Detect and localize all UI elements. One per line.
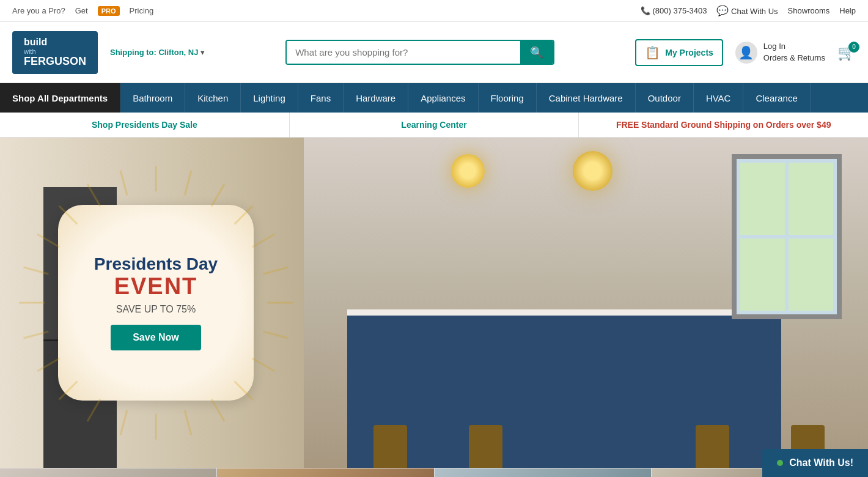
pricing-label[interactable]: Pricing bbox=[130, 6, 154, 15]
svg-line-5 bbox=[263, 267, 289, 274]
svg-line-9 bbox=[235, 382, 253, 400]
chat-label: Chat With Us bbox=[731, 7, 778, 16]
svg-line-13 bbox=[120, 410, 127, 435]
my-projects-icon: 📋 bbox=[645, 45, 660, 60]
svg-line-23 bbox=[120, 171, 127, 196]
chat-widget[interactable]: Chat With Us! bbox=[762, 449, 868, 477]
header-right: 📋 My Projects 👤 Log In Orders & Returns … bbox=[635, 39, 856, 66]
logo-with: with bbox=[24, 48, 86, 55]
main-nav: Shop All Departments Bathroom Kitchen Li… bbox=[0, 83, 868, 113]
svg-line-20 bbox=[37, 234, 59, 247]
hero-badge: Presidents Day EVENT SAVE UP TO 75% Save… bbox=[58, 205, 254, 401]
sub-banner: Shop Presidents Day Sale Learning Center… bbox=[0, 113, 868, 138]
svg-line-2 bbox=[211, 184, 224, 206]
top-bar: Are you a Pro? Get PRO Pricing 📞 (800) 3… bbox=[0, 0, 868, 22]
svg-line-8 bbox=[252, 358, 274, 371]
get-label: Get bbox=[75, 6, 88, 15]
chat-icon: 💬 bbox=[716, 6, 729, 16]
login-label: Log In bbox=[763, 41, 825, 52]
svg-line-22 bbox=[87, 184, 100, 206]
window-pane-3 bbox=[740, 239, 785, 311]
learning-center-link[interactable]: Learning Center bbox=[290, 113, 579, 137]
my-projects-button[interactable]: 📋 My Projects bbox=[635, 39, 723, 66]
logo-build: build bbox=[24, 37, 86, 48]
phone-link[interactable]: 📞 (800) 375-3403 bbox=[641, 6, 707, 15]
search-input[interactable] bbox=[287, 41, 520, 64]
svg-line-17 bbox=[24, 331, 49, 338]
badge-content: Presidents Day EVENT SAVE UP TO 75% Save… bbox=[94, 255, 218, 351]
window-pane-4 bbox=[789, 239, 833, 311]
nav-clearance[interactable]: Clearance bbox=[743, 83, 810, 113]
save-now-button[interactable]: Save Now bbox=[111, 325, 201, 350]
help-link[interactable]: Help bbox=[839, 6, 856, 15]
nav-fans[interactable]: Fans bbox=[298, 83, 344, 113]
svg-line-10 bbox=[211, 399, 224, 421]
nav-appliances[interactable]: Appliances bbox=[408, 83, 478, 113]
thumbnail-2[interactable] bbox=[217, 468, 434, 477]
thumbnails-row bbox=[0, 468, 868, 477]
header: build with FERGUSON Shipping to: Clifton… bbox=[0, 22, 868, 83]
nav-shop-all[interactable]: Shop All Departments bbox=[0, 83, 120, 113]
pro-question: Are you a Pro? bbox=[12, 6, 65, 15]
search-icon: 🔍 bbox=[530, 46, 543, 59]
showrooms-link[interactable]: Showrooms bbox=[788, 6, 830, 15]
svg-line-3 bbox=[235, 206, 253, 224]
orders-label: Orders & Returns bbox=[763, 53, 825, 64]
phone-number: (800) 375-3403 bbox=[653, 6, 707, 15]
thumbnail-3[interactable] bbox=[435, 468, 652, 477]
nav-outdoor[interactable]: Outdoor bbox=[636, 83, 694, 113]
shipping-info: Shipping to: Clifton, NJ ▾ bbox=[110, 48, 205, 57]
svg-line-16 bbox=[37, 358, 59, 371]
top-bar-right: 📞 (800) 375-3403 💬 Chat With Us Showroom… bbox=[641, 5, 856, 17]
stool-2 bbox=[469, 425, 502, 468]
logo-ferguson: FERGUSON bbox=[24, 55, 86, 68]
search-button[interactable]: 🔍 bbox=[520, 41, 553, 64]
window-pane-1 bbox=[740, 163, 785, 235]
nav-cabinet-hardware[interactable]: Cabinet Hardware bbox=[537, 83, 636, 113]
badge-save: SAVE UP TO 75% bbox=[94, 304, 218, 315]
free-shipping-notice: FREE Standard Ground Shipping on Orders … bbox=[579, 113, 868, 137]
nav-hvac[interactable]: HVAC bbox=[694, 83, 744, 113]
cart-badge: 0 bbox=[848, 42, 859, 53]
chat-widget-label: Chat With Us! bbox=[789, 457, 853, 468]
nav-flooring[interactable]: Flooring bbox=[479, 83, 537, 113]
window-pane-2 bbox=[789, 163, 833, 235]
badge-event: EVENT bbox=[94, 274, 218, 300]
logo[interactable]: build with FERGUSON bbox=[12, 31, 98, 74]
shipping-prefix: Shipping to: bbox=[110, 48, 156, 57]
svg-line-1 bbox=[185, 171, 191, 196]
thumbnail-1[interactable] bbox=[0, 468, 217, 477]
phone-icon: 📞 bbox=[641, 6, 650, 15]
chat-link[interactable]: 💬 Chat With Us bbox=[716, 5, 778, 17]
stool-3 bbox=[696, 425, 729, 468]
svg-line-11 bbox=[185, 410, 191, 435]
svg-line-7 bbox=[263, 331, 289, 338]
nav-kitchen[interactable]: Kitchen bbox=[185, 83, 241, 113]
nav-lighting[interactable]: Lighting bbox=[241, 83, 298, 113]
cart-area[interactable]: 🛒 0 bbox=[837, 44, 856, 61]
svg-line-21 bbox=[59, 206, 78, 224]
logo-area: build with FERGUSON Shipping to: Clifton… bbox=[12, 31, 205, 74]
account-icon: 👤 bbox=[735, 42, 757, 64]
pro-badge[interactable]: PRO bbox=[98, 6, 120, 16]
chat-status-dot bbox=[777, 460, 783, 466]
presidents-sale-link[interactable]: Shop Presidents Day Sale bbox=[0, 113, 290, 137]
window bbox=[732, 154, 842, 319]
my-projects-label: My Projects bbox=[665, 48, 713, 57]
account-text: Log In Orders & Returns bbox=[763, 41, 825, 63]
account-area[interactable]: 👤 Log In Orders & Returns bbox=[735, 41, 825, 63]
shipping-location[interactable]: Clifton, NJ bbox=[158, 48, 198, 57]
badge-title-line1: Presidents Day bbox=[94, 255, 218, 274]
search-area: 🔍 bbox=[285, 40, 554, 65]
stool-1 bbox=[373, 425, 407, 468]
nav-bathroom[interactable]: Bathroom bbox=[120, 83, 185, 113]
svg-line-4 bbox=[252, 234, 274, 247]
svg-line-14 bbox=[87, 399, 100, 421]
top-bar-left: Are you a Pro? Get PRO Pricing bbox=[12, 6, 153, 16]
hero-section: Presidents Day EVENT SAVE UP TO 75% Save… bbox=[0, 138, 868, 468]
svg-line-19 bbox=[24, 267, 49, 274]
nav-hardware[interactable]: Hardware bbox=[344, 83, 408, 113]
pendant-light-2 bbox=[573, 151, 612, 191]
svg-line-15 bbox=[59, 382, 78, 400]
